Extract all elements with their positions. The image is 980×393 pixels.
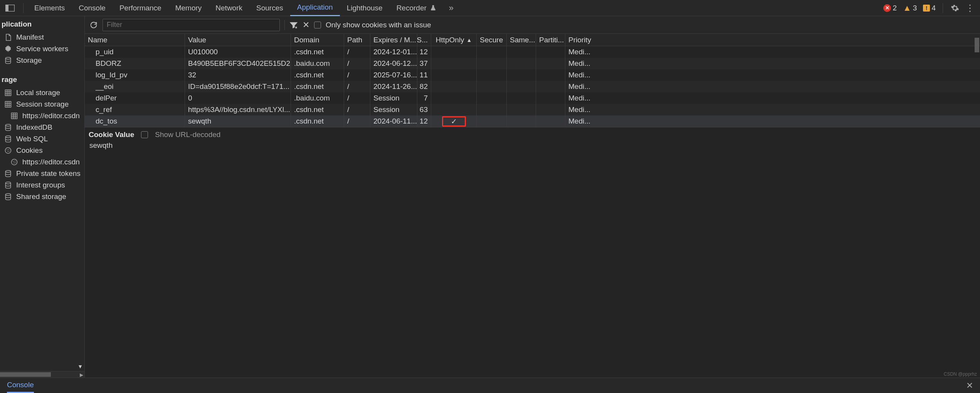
warning-icon: ▲	[903, 3, 911, 13]
table-row[interactable]: c_refhttps%3A//blog.csdn.net/LYXl....csd…	[85, 104, 980, 115]
svg-rect-4	[5, 90, 11, 96]
cell-priority: Medi...	[565, 92, 596, 104]
table-row[interactable]: BDORZB490B5EBF6F3CD402E515D2....baidu.co…	[85, 58, 980, 69]
cell-path: /	[344, 81, 370, 92]
tab-recorder[interactable]: Recorder	[390, 0, 444, 16]
filter-input[interactable]	[103, 19, 280, 31]
db-icon	[4, 181, 12, 189]
scrollbar-thumb[interactable]	[975, 38, 979, 52]
url-decoded-label: Show URL-decoded	[155, 130, 220, 139]
chevron-down-icon[interactable]: ▼	[77, 363, 83, 370]
cell-expires: Session	[370, 104, 417, 115]
svg-point-18	[15, 162, 16, 163]
tab-console[interactable]: Console	[72, 0, 113, 16]
cell-domain: .csdn.net	[291, 104, 344, 115]
sidebar-item-storage[interactable]: Storage	[0, 55, 84, 66]
tab-sources[interactable]: Sources	[249, 0, 290, 16]
svg-point-7	[5, 124, 10, 126]
cell-size: 11	[417, 69, 431, 81]
cell-name: __eoi	[85, 81, 185, 92]
clear-filtered-button[interactable]	[289, 21, 298, 29]
errors-badge[interactable]: ✕ 2	[883, 4, 897, 12]
col-secure[interactable]: Secure	[477, 34, 507, 46]
table-row[interactable]: dc_tossewqth.csdn.net/2024-06-11...12✓Me…	[85, 115, 980, 127]
drawer-tab-console[interactable]: Console	[7, 378, 34, 393]
cell-priority: Medi...	[565, 69, 596, 81]
col-size[interactable]: S...	[417, 34, 431, 46]
table-row[interactable]: __eoiID=da9015f88e2e0dcf:T=171....csdn.n…	[85, 81, 980, 92]
sidebar-item-label: Web SQL	[16, 135, 48, 143]
sidebar-item-private-state-tokens[interactable]: Private state tokens	[0, 168, 84, 179]
detail-title: Cookie Value	[89, 130, 134, 139]
close-drawer-button[interactable]: ✕	[966, 381, 973, 391]
table-row[interactable]: delPer0.baidu.com/Session7Medi...	[85, 92, 980, 104]
sidebar-item-local-storage[interactable]: Local storage	[0, 87, 84, 99]
gear-icon	[4, 45, 12, 53]
sidebar-item-session-storage[interactable]: Session storage	[0, 99, 84, 110]
tab-elements[interactable]: Elements	[27, 0, 72, 16]
sidebar-item-service-workers[interactable]: Service workers	[0, 43, 84, 55]
scrollbar-thumb[interactable]	[0, 372, 51, 377]
sidebar-item-https-editor-csdn[interactable]: https://editor.csdn	[0, 156, 84, 168]
cell-domain: .csdn.net	[291, 115, 344, 127]
sidebar-item-shared-storage[interactable]: Shared storage	[0, 191, 84, 202]
tab-application[interactable]: Application	[290, 0, 340, 16]
cell-size: 37	[417, 58, 431, 69]
svg-point-8	[5, 136, 10, 138]
cookie-icon	[10, 158, 18, 166]
refresh-button[interactable]	[89, 21, 98, 29]
col-priority[interactable]: Priority	[565, 34, 596, 46]
col-expires[interactable]: Expires / M...	[370, 34, 417, 46]
vertical-scrollbar[interactable]	[974, 16, 980, 378]
col-httponly[interactable]: HttpOnly▲	[431, 34, 477, 46]
cell-partition	[536, 115, 565, 127]
sidebar-item-label: IndexedDB	[16, 123, 52, 132]
svg-point-12	[7, 151, 8, 152]
sidebar-item-label: Private state tokens	[16, 169, 81, 178]
cell-domain: .baidu.com	[291, 92, 344, 104]
tab-memory[interactable]: Memory	[168, 0, 209, 16]
scrollbar-arrow-right-icon[interactable]: ▶	[80, 372, 83, 378]
more-options-button[interactable]: ⋮	[965, 3, 975, 13]
cell-partition	[536, 92, 565, 104]
cookies-table: Name Value Domain Path Expires / M... S.…	[85, 34, 980, 127]
clear-all-button[interactable]: ✕	[303, 20, 309, 30]
col-name[interactable]: Name	[85, 34, 185, 46]
settings-button[interactable]	[951, 4, 959, 12]
col-partition[interactable]: Partiti...	[536, 34, 565, 46]
table-row[interactable]: log_Id_pv32.csdn.net/2025-07-16...11Medi…	[85, 69, 980, 81]
more-tabs-button[interactable]: »	[444, 3, 459, 13]
sidebar-item-label: Cookies	[16, 146, 43, 155]
tab-performance[interactable]: Performance	[113, 0, 168, 16]
issue-icon: !	[923, 5, 930, 12]
dock-side-icon[interactable]	[3, 3, 17, 13]
sidebar-item-interest-groups[interactable]: Interest groups	[0, 179, 84, 191]
warnings-badge[interactable]: ▲ 3	[903, 3, 917, 13]
sidebar-item-https-editor-csdn[interactable]: https://editor.csdn	[0, 110, 84, 122]
sidebar-item-indexeddb[interactable]: IndexedDB	[0, 122, 84, 133]
svg-rect-1	[6, 5, 8, 11]
sidebar-item-web-sql[interactable]: Web SQL	[0, 133, 84, 145]
col-samesite[interactable]: Same...	[507, 34, 536, 46]
url-decoded-checkbox[interactable]	[141, 131, 148, 138]
sidebar-scrollbar-horizontal[interactable]: ▶	[0, 371, 84, 378]
flask-icon	[430, 5, 437, 12]
col-domain[interactable]: Domain	[291, 34, 344, 46]
cell-partition	[536, 104, 565, 115]
cell-value: 32	[185, 69, 291, 81]
col-path[interactable]: Path	[344, 34, 370, 46]
cell-expires: 2024-06-11...	[370, 115, 417, 127]
issues-badge[interactable]: ! 4	[923, 4, 936, 12]
tab-lighthouse[interactable]: Lighthouse	[340, 0, 390, 16]
sidebar-item-label: Interest groups	[16, 181, 65, 189]
cell-domain: .csdn.net	[291, 69, 344, 81]
col-value[interactable]: Value	[185, 34, 291, 46]
cell-name: dc_tos	[85, 115, 185, 127]
sidebar-item-manifest[interactable]: Manifest	[0, 32, 84, 43]
only-issues-checkbox[interactable]	[314, 22, 321, 28]
table-header-row: Name Value Domain Path Expires / M... S.…	[85, 34, 980, 46]
sidebar-item-cookies[interactable]: Cookies	[0, 145, 84, 156]
cell-value: 0	[185, 92, 291, 104]
table-row[interactable]: p_uidU010000.csdn.net/2024-12-01...12Med…	[85, 46, 980, 58]
tab-network[interactable]: Network	[208, 0, 249, 16]
